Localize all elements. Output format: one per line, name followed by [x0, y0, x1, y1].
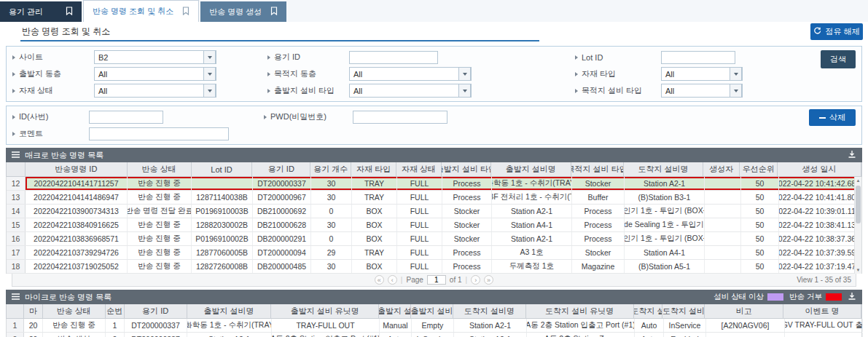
last-page-button[interactable]: » — [484, 275, 493, 285]
column-header[interactable]: 용기 ID — [125, 304, 187, 318]
chevron-down-icon[interactable] — [730, 67, 742, 81]
column-header[interactable]: 반송 상태 — [43, 304, 106, 318]
pwd-input[interactable] — [353, 111, 447, 124]
cell: 각인기 1호 - 투입기 (BOX+C — [625, 232, 705, 245]
chevron-down-icon[interactable] — [203, 50, 216, 64]
cell: DT200000337 — [125, 319, 187, 332]
first-page-button[interactable]: « — [375, 275, 384, 285]
cell: 두께측정 1호 — [492, 260, 572, 273]
table-row[interactable]: 120반송 진행 중1DT200000337화학동 1호 - 수취기(TRAYT… — [7, 319, 861, 333]
chevron-down-icon[interactable] — [458, 84, 471, 98]
lot-id-input[interactable] — [661, 51, 735, 64]
dst-floor-value: All — [353, 70, 362, 79]
table-row[interactable]: 1820220422103719025052반송 진행 중12827260008… — [7, 260, 861, 274]
table-row[interactable]: 1620220422103836968571반송 진행 중P0196910002… — [7, 232, 861, 246]
cell: FULL — [397, 260, 442, 273]
bookmark-icon[interactable] — [270, 7, 278, 17]
page-of-label: of 1 — [450, 276, 462, 284]
id-input[interactable] — [89, 111, 163, 124]
scroll-up-icon[interactable]: ▲ — [855, 177, 861, 184]
column-header[interactable]: 순번 — [106, 304, 125, 318]
site-field: 사이트 B2 — [12, 50, 267, 64]
column-header[interactable]: 우선순위 — [740, 162, 778, 176]
chevron-down-icon[interactable] — [203, 67, 216, 81]
cell: FULL — [397, 205, 442, 218]
material-type-select[interactable]: All — [661, 67, 743, 81]
release-occupancy-button[interactable]: 점유 해제 — [810, 23, 863, 40]
column-header[interactable]: 도착지 설비 유닛명 — [526, 304, 634, 318]
column-header[interactable]: 반송 상태 — [128, 162, 192, 176]
vertical-scrollbar[interactable]: ▲ ▼ — [854, 177, 861, 274]
download-icon[interactable] — [848, 292, 856, 302]
column-header[interactable]: 출발지 설비 유닛명 — [271, 304, 379, 318]
column-header[interactable]: 출발지 설비 타입 — [442, 162, 491, 176]
field-bullet-icon — [12, 89, 15, 93]
column-header[interactable]: 반송명령 ID — [26, 162, 128, 176]
src-equip-type-select[interactable]: All — [349, 84, 472, 98]
delete-button[interactable]: 삭제 — [809, 109, 856, 126]
download-icon[interactable] — [848, 150, 856, 160]
table-row[interactable]: 1720220422103739294726반송 진행 중12877060005… — [7, 246, 861, 260]
scroll-down-icon[interactable]: ▼ — [855, 266, 861, 274]
next-page-button[interactable]: › — [471, 275, 480, 285]
cell: FULL — [397, 191, 442, 204]
field-bullet-icon — [12, 132, 15, 136]
table-row-selected[interactable]: 1220220422104141711257반송 진행 중DT200000337… — [7, 177, 861, 191]
chevron-down-icon[interactable] — [458, 67, 471, 81]
column-header[interactable]: 도착지 설 — [634, 304, 663, 318]
bookmark-icon[interactable] — [66, 7, 73, 17]
dst-equip-type-select[interactable]: All — [661, 84, 743, 98]
chevron-down-icon[interactable] — [203, 84, 216, 98]
column-header[interactable]: 출발지 설비명 — [187, 304, 272, 318]
column-header[interactable]: 도착지 설비명 — [453, 304, 526, 318]
dst-floor-select[interactable]: All — [349, 67, 472, 81]
container-id-input[interactable] — [349, 51, 438, 64]
material-state-field: 자재 상태 All — [12, 84, 267, 98]
tab-transport-query-cancel[interactable]: 반송 명령 조회 및 취소 — [83, 0, 199, 22]
cell: 반송 진행 중 — [128, 218, 192, 231]
column-header[interactable]: 도착지 설비 — [662, 304, 705, 318]
column-header[interactable]: 용기 ID — [252, 162, 310, 176]
column-header[interactable]: 생성자 — [703, 162, 740, 176]
column-header[interactable]: 이벤트 명 — [783, 304, 861, 318]
column-header[interactable]: 목적지 설비 타입 — [571, 162, 624, 176]
cell: A동 2층 Station Zone — [527, 333, 635, 337]
comment-input[interactable] — [89, 127, 229, 140]
chevron-down-icon[interactable] — [730, 84, 742, 98]
cell — [785, 333, 863, 337]
table-row[interactable]: 1520220422103840916625반송 진행 중12882030002… — [7, 218, 861, 232]
column-header[interactable]: 자재 상태 — [396, 162, 442, 176]
column-header[interactable]: 출발지 설 — [379, 304, 411, 318]
column-header[interactable]: 비고 — [705, 304, 783, 318]
cell: 50 — [741, 246, 779, 259]
column-header[interactable]: 도착지 설비명 — [624, 162, 704, 176]
micro-transport-grid: 마이크로 반송 명령 목록 설비 상태 이상 반송 거부 마반송 상태순번용기 … — [6, 290, 862, 337]
cell: 20220422103719025052 — [26, 260, 128, 273]
cell: 20220422103836968571 — [26, 232, 128, 245]
prev-page-button[interactable]: ‹ — [388, 275, 397, 285]
tab-container-management[interactable]: 용기 관리 — [0, 1, 82, 22]
tab-transport-create[interactable]: 반송 명령 생성 — [200, 1, 286, 22]
column-header[interactable]: Lot ID — [192, 162, 253, 176]
site-select[interactable]: B2 — [94, 50, 216, 64]
table-row[interactable]: 1320220422104141486947반송 진행 중12871140038… — [7, 191, 861, 205]
column-header[interactable]: 출발지 설비 — [411, 304, 453, 318]
column-header[interactable]: 마 — [24, 304, 43, 318]
table-row[interactable]: 1420220422103900734313반송 명령 전달 완료P019691… — [7, 205, 861, 218]
bookmark-icon[interactable] — [182, 7, 189, 17]
table-row[interactable]: 220반송 생성2DT200000337Station A2-1A동 2층 St… — [7, 333, 861, 337]
column-header[interactable]: 출발지 설비명 — [491, 162, 571, 176]
column-header[interactable]: 생성 일시 — [778, 162, 861, 176]
scrollbar-thumb[interactable] — [856, 186, 861, 223]
field-bullet-icon — [575, 72, 578, 76]
column-header[interactable]: 자재 타입 — [351, 162, 396, 176]
cell: 20220422103739294726 — [26, 246, 128, 259]
search-button[interactable]: 검색 — [821, 50, 856, 68]
page-number-input[interactable] — [427, 275, 446, 285]
src-floor-select[interactable]: All — [94, 67, 216, 81]
dst-equip-type-field: 목적지 설비 타입 All — [575, 84, 856, 98]
column-header[interactable]: 용기 개수 — [310, 162, 351, 176]
macro-table-body: 1220220422104141711257반송 진행 중DT200000337… — [6, 177, 862, 274]
cell: Magazine — [572, 260, 625, 273]
material-state-select[interactable]: All — [94, 84, 216, 98]
